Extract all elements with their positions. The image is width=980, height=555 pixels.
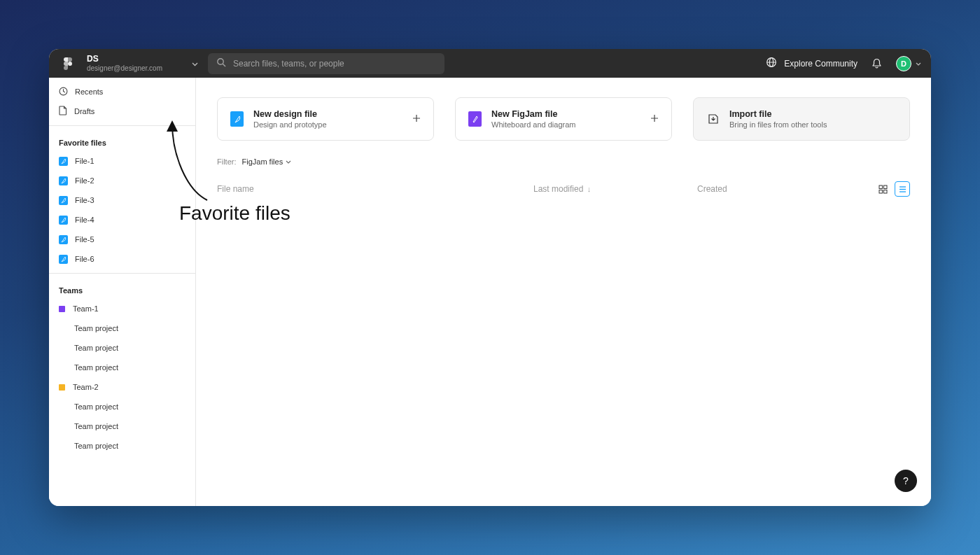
teams-list: Team-1Team projectTeam projectTeam proje… [49, 299, 195, 456]
import-icon [706, 111, 720, 127]
project-label: Team project [74, 363, 118, 372]
main-area: New design file Design and prototype New… [196, 78, 931, 506]
filter-row: Filter: FigJam files [196, 153, 931, 177]
import-file-card[interactable]: Import file Bring in files from other to… [693, 97, 910, 141]
sidebar-item-label: Recents [75, 87, 103, 96]
favorite-file-label: File-3 [75, 196, 94, 204]
notifications-button[interactable] [872, 58, 882, 69]
explore-community-button[interactable]: Explore Community [766, 57, 858, 70]
column-last-modified[interactable]: Last modified ↓ [533, 184, 697, 194]
grid-view-button[interactable] [875, 181, 890, 197]
card-subtitle: Bring in files from other tools [729, 120, 897, 129]
team-project-item[interactable]: Team project [49, 416, 195, 436]
favorite-file-item[interactable]: File-5 [49, 230, 195, 249]
svg-point-0 [68, 62, 72, 66]
annotation-label: Favorite files [179, 202, 290, 225]
design-file-icon [230, 111, 244, 127]
svg-point-1 [218, 58, 223, 64]
list-view-button[interactable] [895, 181, 910, 197]
favorite-file-label: File-5 [75, 235, 94, 244]
chevron-down-icon[interactable] [192, 59, 198, 68]
figjam-file-icon [468, 111, 482, 127]
favorite-file-item[interactable]: File-4 [49, 210, 195, 230]
card-subtitle: Design and prototype [253, 120, 402, 129]
account-name: DS [87, 55, 178, 64]
page-icon [59, 106, 67, 117]
favorite-file-item[interactable]: File-6 [49, 249, 195, 269]
new-design-file-card[interactable]: New design file Design and prototype [217, 97, 434, 141]
column-created[interactable]: Created [697, 184, 875, 194]
project-label: Team project [74, 402, 118, 411]
svg-rect-7 [879, 185, 883, 189]
svg-rect-8 [883, 185, 887, 189]
team-project-item[interactable]: Team project [49, 397, 195, 416]
account-block[interactable]: DS designer@designer.com [87, 55, 178, 72]
plus-icon [650, 113, 659, 125]
plus-icon [412, 113, 421, 125]
account-menu[interactable]: D [896, 56, 921, 71]
table-header: File name Last modified ↓ Created [196, 177, 931, 201]
team-project-item[interactable]: Team project [49, 358, 195, 377]
design-file-icon [59, 216, 68, 225]
sidebar-item-recents[interactable]: Recents [49, 82, 195, 101]
design-file-icon [59, 196, 68, 205]
search-icon [216, 57, 226, 70]
team-name: Team-1 [73, 304, 99, 313]
card-title: New design file [253, 109, 402, 119]
new-figjam-file-card[interactable]: New FigJam file Whiteboard and diagram [455, 97, 672, 141]
favorites-heading: Favorite files [49, 130, 195, 151]
project-label: Team project [74, 344, 118, 352]
favorite-file-label: File-2 [75, 176, 94, 185]
card-title: Import file [729, 109, 897, 119]
search-box[interactable] [208, 53, 444, 74]
chevron-down-icon [286, 158, 291, 165]
filter-label: Filter: [217, 157, 237, 166]
column-file-name[interactable]: File name [217, 184, 533, 194]
svg-rect-10 [883, 190, 887, 193]
teams-heading: Teams [49, 278, 195, 299]
team-color-swatch [59, 384, 65, 391]
figma-logo[interactable] [59, 57, 77, 70]
svg-line-2 [223, 64, 225, 66]
explore-label: Explore Community [784, 59, 858, 69]
project-label: Team project [74, 442, 118, 450]
team-color-swatch [59, 306, 65, 312]
app-body: Recents Drafts Favorite files File-1File… [49, 78, 931, 506]
sort-desc-icon: ↓ [587, 185, 592, 193]
filter-dropdown[interactable]: FigJam files [242, 157, 292, 166]
search-input[interactable] [233, 59, 436, 69]
favorites-list: File-1File-2File-3File-4File-5File-6 [49, 151, 195, 269]
design-file-icon [59, 255, 68, 264]
favorite-file-label: File-1 [75, 157, 94, 165]
team-project-item[interactable]: Team project [49, 436, 195, 456]
globe-icon [766, 57, 777, 70]
favorite-file-label: File-6 [75, 255, 94, 263]
design-file-icon [59, 176, 68, 185]
account-email: designer@designer.com [87, 64, 178, 73]
svg-rect-9 [879, 190, 883, 193]
project-label: Team project [74, 422, 118, 430]
team-project-item[interactable]: Team project [49, 318, 195, 338]
app-header: DS designer@designer.com Explore Communi… [49, 49, 931, 78]
team-name: Team-2 [73, 383, 99, 391]
card-title: New FigJam file [491, 109, 640, 119]
sidebar-item-drafts[interactable]: Drafts [49, 101, 195, 121]
team-item[interactable]: Team-1 [49, 299, 195, 318]
app-window: DS designer@designer.com Explore Communi… [49, 49, 931, 506]
sidebar: Recents Drafts Favorite files File-1File… [49, 78, 196, 506]
favorite-file-item[interactable]: File-1 [49, 151, 195, 171]
clock-icon [59, 87, 68, 97]
team-item[interactable]: Team-2 [49, 377, 195, 397]
sidebar-item-label: Drafts [74, 107, 94, 115]
avatar: D [896, 56, 911, 71]
design-file-icon [59, 157, 68, 166]
favorite-file-item[interactable]: File-2 [49, 171, 195, 190]
team-project-item[interactable]: Team project [49, 338, 195, 358]
chevron-down-icon [916, 59, 921, 67]
help-button[interactable]: ? [895, 470, 917, 492]
project-label: Team project [74, 324, 118, 332]
favorite-file-item[interactable]: File-3 [49, 190, 195, 210]
card-subtitle: Whiteboard and diagram [491, 120, 640, 129]
favorite-file-label: File-4 [75, 216, 94, 224]
design-file-icon [59, 235, 68, 244]
